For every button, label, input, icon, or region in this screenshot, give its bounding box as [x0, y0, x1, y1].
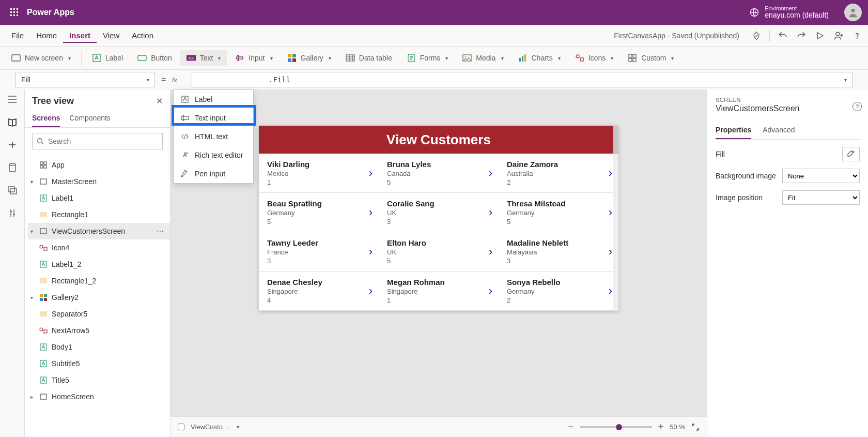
app-canvas[interactable]: View Customers Viki DarlingMexico1›Bruna…	[259, 126, 618, 311]
tree-node[interactable]: NextArrow5	[28, 322, 170, 339]
text-menu-item[interactable]: Pen input	[174, 164, 253, 183]
fit-to-window-icon[interactable]	[691, 423, 700, 431]
next-arrow-icon[interactable]: ›	[609, 245, 612, 259]
tree-node[interactable]: Subtitle5	[28, 355, 170, 372]
ribbon-new-screen[interactable]: New screen▾	[5, 50, 77, 66]
ribbon-input[interactable]: Input▾	[229, 50, 278, 66]
tree-node[interactable]: ▾Gallery2	[28, 289, 170, 306]
next-arrow-icon[interactable]: ›	[369, 167, 373, 180]
tree-node[interactable]: Rectangle1	[28, 206, 170, 223]
menu-home[interactable]: Home	[30, 28, 63, 43]
gallery-cell[interactable]: Bruna LylesCanada5›	[379, 154, 499, 192]
tree-search-input[interactable]	[48, 137, 158, 145]
tab-components[interactable]: Components	[69, 110, 110, 127]
text-menu-item[interactable]: Text input	[174, 109, 253, 127]
gallery-cell[interactable]: Viki DarlingMexico1›	[259, 154, 379, 192]
next-arrow-icon[interactable]: ›	[369, 284, 373, 298]
app-checker-icon[interactable]	[751, 30, 762, 41]
zoom-in-icon[interactable]: +	[658, 421, 664, 432]
redo-icon[interactable]	[796, 30, 807, 41]
ribbon-text[interactable]: Abc Text▾	[180, 50, 227, 66]
breadcrumb-text[interactable]: ViewCusto…	[191, 423, 229, 431]
gallery-cell[interactable]: Beau SpratlingGermany5›	[259, 193, 379, 232]
tree-node[interactable]: ▾MasterScreen	[28, 173, 170, 190]
undo-icon[interactable]	[777, 30, 788, 41]
tree-node[interactable]: Body1	[28, 339, 170, 355]
tree-node[interactable]: Title5	[28, 372, 170, 388]
close-icon[interactable]: ✕	[156, 96, 163, 106]
insert-icon[interactable]	[7, 139, 18, 150]
text-menu-item[interactable]: Label	[174, 90, 253, 109]
ribbon-button[interactable]: Button	[131, 50, 178, 66]
next-arrow-icon[interactable]: ›	[609, 167, 612, 180]
help-icon[interactable]: ?	[853, 102, 862, 111]
tree-node[interactable]: ▸HomeScreen	[28, 388, 170, 405]
menu-action[interactable]: Action	[126, 28, 160, 43]
ribbon-forms[interactable]: Forms▾	[400, 50, 455, 66]
chevron-down-icon[interactable]: ▾	[237, 424, 239, 430]
gallery-cell[interactable]: Denae ChesleySingapore4›	[259, 272, 379, 310]
tree-node[interactable]: Rectangle1_2	[28, 273, 170, 289]
img-position-select[interactable]: Fit	[782, 190, 860, 205]
media-rail-icon[interactable]	[7, 185, 18, 196]
ribbon-data-table[interactable]: Data table	[339, 50, 398, 66]
gallery-cell[interactable]: Thresa MilsteadGermany5›	[499, 193, 618, 232]
environment-picker[interactable]: Environment enayu.com (default)	[749, 5, 829, 19]
zoom-slider[interactable]	[580, 426, 652, 428]
ribbon-charts[interactable]: Charts▾	[512, 50, 567, 66]
tab-screens[interactable]: Screens	[32, 110, 60, 127]
next-arrow-icon[interactable]: ›	[609, 206, 612, 219]
ribbon-label[interactable]: Label	[86, 50, 129, 66]
advanced-tools-icon[interactable]	[7, 207, 18, 219]
text-menu-item[interactable]: HTML text	[174, 127, 253, 146]
tree-node[interactable]: Icon4	[28, 239, 170, 256]
formula-input[interactable]: RectangleW .Fill ▾	[192, 72, 853, 87]
play-icon[interactable]	[814, 30, 826, 41]
next-arrow-icon[interactable]: ›	[369, 245, 373, 259]
menu-view[interactable]: View	[97, 28, 126, 43]
bg-image-select[interactable]: None	[782, 169, 860, 183]
tree-view-icon[interactable]	[7, 116, 18, 128]
gallery-cell[interactable]: Elton HaroUK5›	[379, 232, 499, 271]
next-arrow-icon[interactable]: ›	[489, 167, 492, 180]
next-arrow-icon[interactable]: ›	[369, 206, 373, 219]
tree-node[interactable]: Separator5	[28, 306, 170, 322]
next-arrow-icon[interactable]: ›	[489, 284, 492, 298]
menu-insert[interactable]: Insert	[63, 28, 97, 43]
tree-node[interactable]: Label1	[28, 190, 170, 206]
next-arrow-icon[interactable]: ›	[609, 284, 612, 298]
tab-advanced[interactable]: Advanced	[763, 122, 795, 139]
share-icon[interactable]	[833, 30, 844, 41]
ribbon-icons[interactable]: Icons▾	[569, 50, 619, 66]
tree-node[interactable]: App	[28, 157, 170, 173]
text-menu-item[interactable]: Rich text editor	[174, 146, 253, 164]
fx-icon[interactable]: fx	[172, 76, 188, 84]
more-icon[interactable]: ⋯	[157, 227, 165, 235]
ribbon-gallery[interactable]: Gallery▾	[281, 50, 337, 66]
gallery-cell[interactable]: Megan RohmanSingapore1›	[379, 272, 499, 310]
fill-color-picker[interactable]	[842, 147, 860, 161]
menu-file[interactable]: File	[5, 28, 30, 43]
next-arrow-icon[interactable]: ›	[489, 206, 492, 219]
tree-node[interactable]: ▾ViewCustomersScreen⋯	[28, 223, 170, 239]
ribbon-media[interactable]: Media▾	[456, 50, 509, 66]
tab-properties[interactable]: Properties	[716, 122, 751, 139]
ribbon-custom[interactable]: Custom▾	[622, 50, 680, 66]
tree-node[interactable]: Label1_2	[28, 256, 170, 273]
gallery-cell[interactable]: Madaline NeblettMalayasia3›	[499, 232, 618, 271]
app-launcher-icon[interactable]	[6, 4, 23, 21]
hamburger-icon[interactable]	[7, 94, 18, 105]
data-icon[interactable]	[7, 162, 18, 173]
user-avatar[interactable]	[844, 4, 862, 21]
gallery-cell[interactable]: Sonya RebelloGermany2›	[499, 272, 618, 310]
scrollbar[interactable]	[613, 126, 618, 311]
gallery-cell[interactable]: Daine ZamoraAustralia2›	[499, 154, 618, 192]
gallery-cell[interactable]: Coralie SangUK3›	[379, 193, 499, 232]
breadcrumb-checkbox[interactable]	[178, 424, 184, 430]
gallery-cell[interactable]: Tawny LeederFrance3›	[259, 232, 379, 271]
property-selector[interactable]: Fill ▾	[16, 72, 155, 87]
zoom-out-icon[interactable]: −	[568, 421, 574, 432]
next-arrow-icon[interactable]: ›	[489, 245, 492, 259]
help-icon[interactable]	[851, 30, 863, 41]
tree-search[interactable]	[32, 133, 163, 149]
